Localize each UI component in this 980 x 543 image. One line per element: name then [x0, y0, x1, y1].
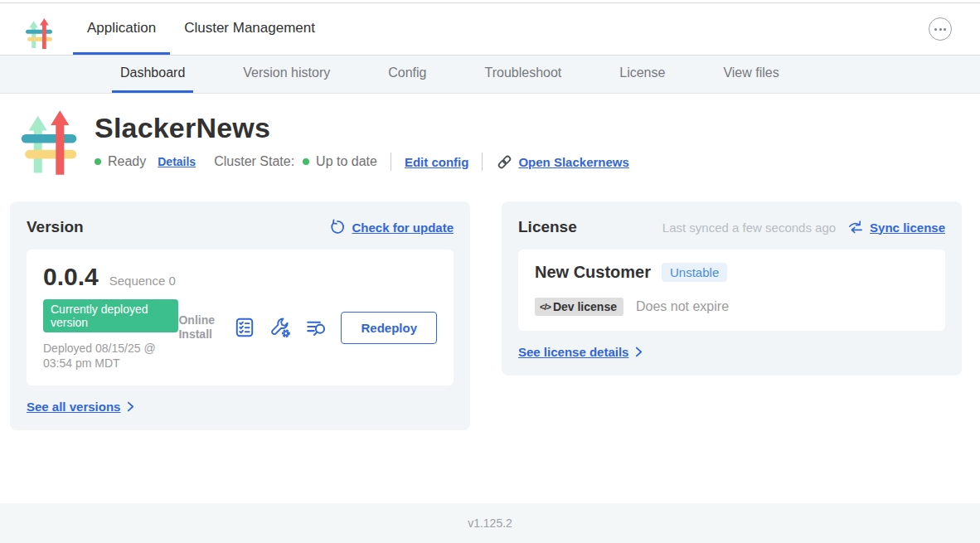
version-number: 0.0.4: [43, 263, 99, 291]
divider: [391, 153, 391, 171]
current-version-panel: 0.0.4 Sequence 0 Currently deployed vers…: [27, 250, 454, 385]
app-logo-icon: [18, 109, 80, 177]
version-card: Version Check for update 0.0.4: [10, 201, 470, 430]
subnav-config[interactable]: Config: [380, 56, 434, 93]
see-license-details-link[interactable]: See license details: [518, 345, 628, 359]
tab-cluster-management[interactable]: Cluster Management: [170, 3, 329, 55]
open-app-link[interactable]: Open Slackernews: [518, 155, 628, 169]
brand-logo-icon: [25, 12, 53, 55]
primary-header: Application Cluster Management: [0, 3, 980, 55]
console-footer: v1.125.2: [0, 503, 980, 543]
app-status-dot: [95, 158, 101, 165]
sync-license-icon: [847, 220, 864, 235]
primary-tabs: Application Cluster Management: [73, 3, 329, 55]
main-content: SlackerNews Ready Details Cluster State:…: [0, 94, 980, 503]
preflight-checks-icon[interactable]: [234, 317, 255, 338]
redeploy-button[interactable]: Redeploy: [341, 312, 437, 344]
app-subnav: Dashboard Version history Config Trouble…: [0, 55, 980, 94]
cluster-status-dot: [303, 158, 309, 165]
edit-config-link[interactable]: Edit config: [405, 155, 469, 169]
install-type-label: Online Install: [178, 313, 220, 342]
subnav-license[interactable]: License: [611, 56, 673, 93]
tab-application[interactable]: Application: [73, 3, 170, 55]
license-type-badge: </> Dev license: [535, 298, 623, 316]
license-type-text: Dev license: [553, 300, 617, 313]
app-status-text: Ready: [108, 154, 146, 169]
sequence-label: Sequence 0: [109, 274, 176, 288]
cluster-state-text: Up to date: [316, 154, 377, 169]
dashboard-cards: Version Check for update 0.0.4: [10, 201, 962, 430]
divider: [482, 153, 483, 171]
deployed-badge: Currently deployed version: [43, 299, 178, 332]
sync-license-link[interactable]: Sync license: [870, 221, 945, 235]
check-update-refresh-icon: [329, 219, 346, 235]
subnav-dashboard[interactable]: Dashboard: [112, 56, 193, 93]
license-panel: New Customer Unstable </> Dev license Do…: [518, 250, 945, 331]
deployed-timestamp: Deployed 08/15/25 @ 03:54 pm MDT: [43, 341, 178, 371]
app-heading: SlackerNews Ready Details Cluster State:…: [0, 94, 980, 177]
channel-badge: Unstable: [662, 263, 727, 282]
see-all-versions-link[interactable]: See all versions: [27, 400, 120, 414]
chevron-right-icon: [635, 347, 643, 357]
subnav-view-files[interactable]: View files: [715, 56, 787, 93]
admin-console-page: Application Cluster Management Dashboard…: [0, 0, 980, 543]
customer-name: New Customer: [535, 263, 651, 282]
license-card-title: License: [518, 218, 577, 236]
details-link[interactable]: Details: [158, 155, 196, 168]
console-version: v1.125.2: [468, 516, 512, 530]
code-icon: </>: [540, 302, 551, 312]
page-title: SlackerNews: [95, 112, 629, 144]
expiry-text: Does not expire: [636, 299, 729, 314]
view-logs-icon[interactable]: [305, 317, 327, 338]
status-row: Ready Details Cluster State: Up to date …: [95, 153, 629, 171]
edit-config-wrench-icon[interactable]: [269, 317, 291, 338]
last-synced-text: Last synced a few seconds ago: [662, 221, 836, 235]
version-card-title: Version: [27, 218, 84, 236]
license-card: License Last synced a few seconds ago Sy…: [502, 201, 962, 376]
subnav-troubleshoot[interactable]: Troubleshoot: [476, 56, 570, 93]
link-chain-icon: [496, 153, 513, 171]
check-for-update-link[interactable]: Check for update: [352, 221, 454, 235]
chevron-right-icon: [127, 401, 134, 412]
subnav-version-history[interactable]: Version history: [235, 56, 338, 93]
cluster-state-label: Cluster State:: [214, 154, 294, 169]
overflow-menu-button[interactable]: [929, 17, 952, 41]
ellipsis-icon: [934, 28, 937, 31]
